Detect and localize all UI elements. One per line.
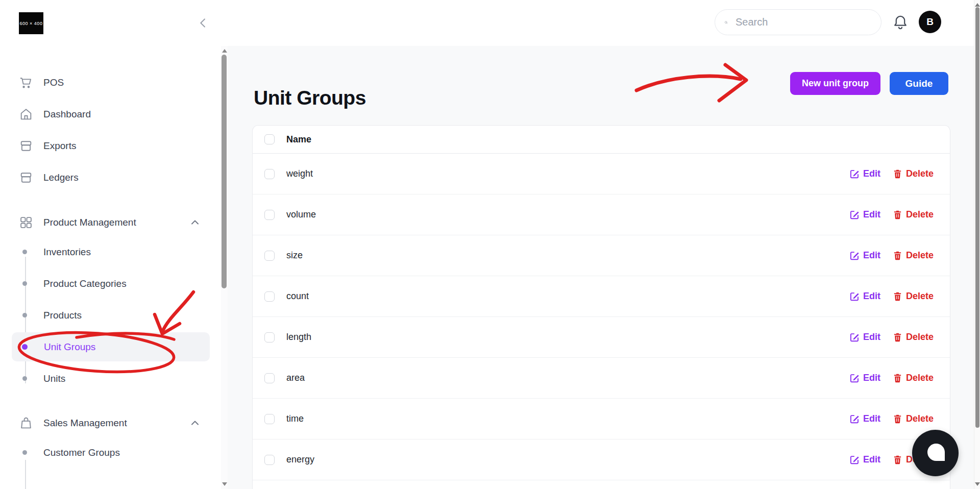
trash-icon: [893, 373, 902, 383]
sidebar-item-units[interactable]: Units: [12, 364, 210, 393]
scroll-up-arrow-icon[interactable]: [222, 49, 227, 53]
unit-group-name: size: [286, 250, 303, 261]
sidebar-item-inventories[interactable]: Inventories: [12, 237, 210, 266]
sidebar-item-label: Dashboard: [43, 109, 91, 120]
annotation-arrow-to-new-unit-group-button: [636, 76, 741, 90]
user-avatar[interactable]: B: [919, 11, 941, 33]
chevron-up-icon[interactable]: [189, 216, 201, 229]
row-checkbox[interactable]: [264, 251, 275, 261]
edit-button[interactable]: Edit: [850, 168, 880, 179]
app-root: { "header": { "logo_text": "600 × 400", …: [0, 0, 980, 489]
edit-button[interactable]: Edit: [850, 209, 880, 220]
sidebar-item-unit-groups[interactable]: Unit Groups: [12, 332, 210, 361]
chat-widget-button[interactable]: [912, 430, 959, 476]
page-scrollbar-thumb[interactable]: [975, 7, 979, 428]
sidebar-item-exports[interactable]: Exports: [0, 131, 228, 161]
delete-button[interactable]: Delete: [893, 168, 934, 179]
sidebar-scrollbar-thumb[interactable]: [222, 55, 227, 288]
sidebar-item-ledgers[interactable]: Ledgers: [0, 163, 228, 192]
row-checkbox[interactable]: [264, 291, 275, 302]
sidebar-item-label: Units: [43, 373, 65, 384]
edit-icon: [850, 291, 860, 301]
edit-icon: [850, 455, 860, 464]
edit-button[interactable]: Edit: [850, 291, 880, 302]
scroll-down-arrow-icon[interactable]: [975, 482, 980, 486]
trash-icon: [893, 169, 902, 179]
guide-button[interactable]: Guide: [890, 72, 948, 95]
trash-icon: [893, 251, 902, 260]
home-icon: [19, 107, 33, 121]
search-box[interactable]: [715, 9, 881, 35]
row-checkbox[interactable]: [264, 455, 275, 465]
table-row: count Edit Delete: [253, 276, 950, 317]
row-checkbox[interactable]: [264, 169, 275, 179]
edit-icon: [850, 251, 860, 260]
delete-button[interactable]: Delete: [893, 373, 934, 383]
delete-button[interactable]: Delete: [893, 250, 934, 261]
bullet-icon: [22, 313, 27, 317]
sidebar-item-pos[interactable]: POS: [0, 68, 228, 97]
edit-icon: [850, 373, 860, 383]
section-label: Sales Management: [43, 418, 127, 429]
trash-icon: [893, 210, 902, 219]
cart-icon: [19, 76, 33, 90]
sidebar-item-label: Customer Groups: [43, 447, 120, 458]
search-input[interactable]: [734, 16, 872, 29]
sidebar-item-label: POS: [43, 77, 64, 88]
logo-text: 600 × 400: [20, 21, 43, 26]
sidebar-collapse-button[interactable]: [196, 16, 210, 30]
top-header: 600 × 400 B: [0, 0, 974, 46]
new-unit-group-button[interactable]: New unit group: [790, 72, 880, 95]
scroll-down-arrow-icon[interactable]: [222, 482, 227, 486]
row-checkbox[interactable]: [264, 414, 275, 424]
sidebar-item-products[interactable]: Products: [12, 301, 210, 330]
delete-button[interactable]: Delete: [893, 332, 934, 343]
sidebar-item-dashboard[interactable]: Dashboard: [0, 100, 228, 129]
trash-icon: [893, 332, 902, 342]
bag-icon: [19, 416, 33, 430]
row-checkbox[interactable]: [264, 210, 275, 220]
edit-button[interactable]: Edit: [850, 373, 880, 383]
delete-button[interactable]: Delete: [893, 413, 934, 424]
scroll-up-arrow-icon[interactable]: [975, 3, 980, 7]
section-label: Product Management: [43, 217, 136, 228]
row-checkbox[interactable]: [264, 332, 275, 343]
trash-icon: [893, 455, 902, 464]
sidebar-item-label: Exports: [43, 140, 76, 152]
select-all-checkbox[interactable]: [264, 134, 275, 144]
notifications-button[interactable]: [892, 14, 909, 32]
table-row: volume Edit Delete: [253, 194, 950, 235]
app-logo[interactable]: 600 × 400: [19, 12, 43, 34]
table-header-row: Name: [253, 126, 950, 154]
edit-button[interactable]: Edit: [850, 332, 880, 343]
sidebar-item-label: Unit Groups: [44, 341, 95, 353]
bullet-icon: [22, 450, 27, 455]
grid-icon: [19, 215, 33, 230]
table-row: energy Edit Delete: [253, 439, 950, 480]
sidebar-item-customer-groups[interactable]: Customer Groups: [12, 438, 210, 467]
sidebar-item-product-categories[interactable]: Product Categories: [12, 269, 210, 298]
sidebar-section-sales-management[interactable]: Sales Management: [0, 408, 228, 438]
delete-button[interactable]: Delete: [893, 291, 934, 302]
sidebar: POS Dashboard Exports Ledgers Product Ma: [0, 46, 228, 489]
unit-group-name: energy: [286, 454, 314, 465]
chevron-up-icon[interactable]: [189, 417, 201, 429]
table-row: area Edit Delete: [253, 358, 950, 399]
sidebar-section-product-management[interactable]: Product Management: [0, 208, 228, 237]
table-row: size Edit Delete: [253, 235, 950, 276]
edit-icon: [850, 414, 860, 424]
avatar-initial: B: [926, 16, 934, 28]
edit-button[interactable]: Edit: [850, 250, 880, 261]
row-checkbox[interactable]: [264, 373, 275, 383]
page-scrollbar: [974, 0, 980, 489]
sidebar-scrollbar: [221, 46, 228, 489]
delete-button[interactable]: Delete: [893, 209, 934, 220]
bullet-icon: [22, 344, 28, 350]
bell-icon: [892, 14, 909, 31]
chevron-left-icon: [196, 16, 210, 30]
archive-icon: [19, 139, 33, 153]
edit-button[interactable]: Edit: [850, 454, 880, 465]
archive-icon: [19, 170, 33, 185]
edit-button[interactable]: Edit: [850, 413, 880, 424]
unit-group-name: area: [286, 373, 305, 383]
